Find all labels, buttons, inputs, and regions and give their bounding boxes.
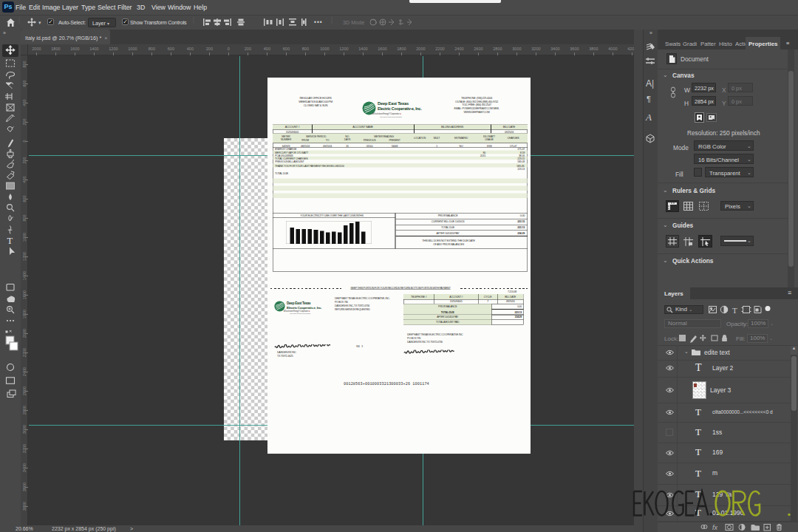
svg-text:T: T: [7, 236, 13, 246]
svg-text:¶: ¶: [647, 95, 651, 103]
svg-text:A: A: [645, 112, 652, 123]
svg-text:T: T: [732, 306, 737, 315]
svg-text:fx: fx: [712, 524, 718, 531]
svg-text:A|: A|: [646, 78, 654, 89]
